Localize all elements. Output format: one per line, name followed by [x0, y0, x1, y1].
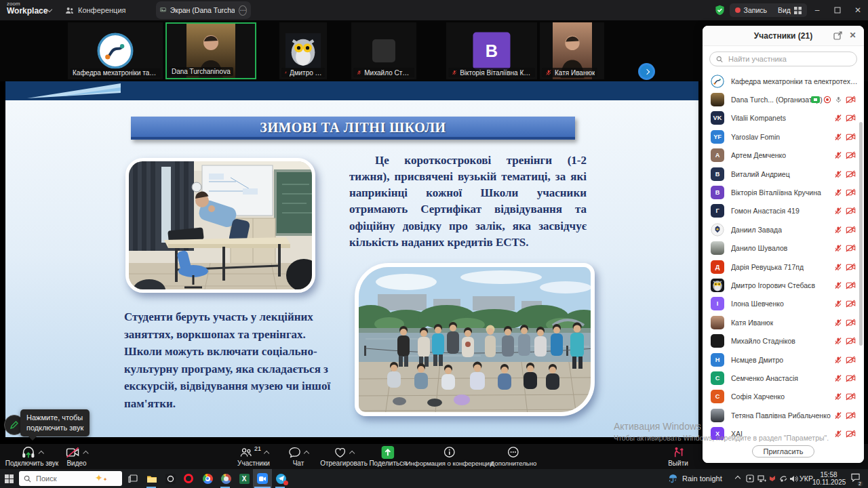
view-label[interactable]: Вид: [778, 6, 791, 14]
tray-device-icon[interactable]: [778, 469, 789, 488]
maximize-button[interactable]: [827, 0, 848, 20]
participant-row[interactable]: ННємцев Дмитро: [703, 350, 864, 369]
chrome-icon[interactable]: [199, 469, 216, 488]
chat-button[interactable]: Чат: [288, 445, 309, 467]
participant-row[interactable]: Даниил Завада: [703, 220, 864, 239]
participant-row[interactable]: ГГомон Анастасія 419: [703, 202, 864, 220]
participant-row[interactable]: Данило Шувалов: [703, 239, 864, 258]
participant-row[interactable]: YFYaroslav Fomin: [703, 127, 864, 146]
slide-paragraph-left: Студенти беруть участь у лекційних занят…: [124, 308, 344, 412]
share-button[interactable]: Поделиться: [369, 445, 406, 467]
recording-icon: [823, 96, 831, 104]
participant-row[interactable]: ССофія Харченко: [703, 388, 864, 406]
audio-icon: [20, 446, 35, 459]
participant-row[interactable]: ВВиталий Андриец: [703, 165, 864, 183]
participants-chevron-icon[interactable]: [264, 451, 269, 456]
video-button[interactable]: Видео: [66, 445, 88, 467]
tray-app-icon-1[interactable]: [745, 469, 755, 488]
video-thumbnail[interactable]: Катя Иванюк: [540, 22, 604, 79]
mic-off-icon: [834, 300, 842, 308]
tray-protection-icon[interactable]: [767, 469, 778, 488]
language-indicator[interactable]: УКР: [799, 469, 814, 488]
participant-search-input[interactable]: [727, 54, 850, 64]
chrome-profile-icon[interactable]: [217, 469, 235, 488]
participant-row[interactable]: Dana Turch... (Организатор): [703, 90, 864, 108]
tab-meeting[interactable]: Конференция: [65, 0, 125, 20]
avatar: [711, 409, 724, 422]
telegram-icon[interactable]: [272, 469, 290, 488]
chat-icon: [288, 447, 301, 458]
participant-row[interactable]: Тетяна Павлівна Рибальченко: [703, 406, 864, 424]
tab-options-icon[interactable]: ⋯: [239, 5, 247, 16]
participants-scrollbar[interactable]: [859, 122, 863, 346]
participant-row[interactable]: VKVitalii Kompanets: [703, 109, 864, 127]
security-shield-icon[interactable]: [715, 5, 725, 16]
popout-icon[interactable]: [833, 31, 842, 40]
react-chevron-icon[interactable]: [349, 451, 355, 456]
taskbar-search-input[interactable]: [35, 474, 92, 483]
participant-row[interactable]: ІІлона Шевченко: [703, 295, 864, 313]
minimize-button[interactable]: –: [807, 0, 827, 20]
mic-off-icon: [834, 356, 842, 364]
view-grid-icon: [794, 7, 802, 14]
telegram-badge: [283, 481, 288, 485]
excel-icon[interactable]: X: [235, 469, 253, 488]
info-button[interactable]: Информация о конференции: [406, 445, 494, 467]
participant-status-icons: [834, 207, 856, 215]
participants-icon: [239, 447, 253, 458]
participant-search[interactable]: [709, 52, 857, 66]
participants-panel-title: Участники (21): [754, 31, 812, 41]
camera-off-icon: [846, 281, 856, 289]
notification-center-button[interactable]: 2: [846, 469, 864, 488]
taskbar-search[interactable]: ✦✦: [19, 471, 122, 486]
avatar: В: [711, 167, 724, 181]
react-button[interactable]: Отреагировать: [320, 445, 368, 467]
mic-off-icon: [834, 430, 842, 438]
participant-row[interactable]: Кафедра мехатроніки та електротехніки (Я…: [703, 72, 864, 90]
dark-app-icon[interactable]: [161, 469, 179, 488]
audio-button[interactable]: Подключить звук: [5, 445, 58, 467]
start-button[interactable]: [0, 469, 18, 488]
audio-chevron-icon[interactable]: [38, 451, 43, 456]
weather-widget[interactable]: Rain tonight: [668, 469, 722, 488]
opera-icon[interactable]: [180, 469, 197, 488]
participant-status-icons: [834, 319, 856, 327]
participant-status-icons: [834, 244, 856, 252]
participant-row[interactable]: Катя Иванюк: [703, 313, 864, 331]
participant-status-icons: [834, 392, 856, 401]
tray-network-icon[interactable]: [756, 469, 767, 488]
leave-button[interactable]: Выйти: [668, 445, 688, 467]
video-thumbnail[interactable]: BВікторія Віталіївна Кручина: [446, 22, 537, 79]
next-participants-button[interactable]: [638, 63, 655, 80]
tray-volume-icon[interactable]: [788, 469, 799, 488]
video-thumbnail[interactable]: Михайло Стадніков: [351, 22, 416, 79]
participant-row[interactable]: ДДарія Ревуцька 717пд: [703, 258, 864, 276]
participants-button[interactable]: 21Участники: [237, 445, 270, 467]
participant-row[interactable]: ССемченко Анастасія: [703, 369, 864, 387]
more-button[interactable]: Дополнительно: [490, 445, 536, 467]
mic-off-icon: [834, 337, 842, 345]
video-chevron-icon[interactable]: [83, 451, 88, 456]
chat-chevron-icon[interactable]: [304, 451, 309, 456]
participant-row[interactable]: ВВікторія Віталіївна Кручина: [703, 183, 864, 201]
video-thumbnail[interactable]: Кафедра мехатроніки та електр...: [68, 22, 163, 79]
taskbar-clock[interactable]: 15:58 10.11.2025: [812, 471, 845, 486]
tab-screen-share[interactable]: Экран (Dana Turchaninova) ⋯: [156, 1, 251, 19]
participant-row[interactable]: Михайло Стадніков: [703, 331, 864, 350]
video-thumbnail[interactable]: Дмитро Ігорович Стебаєв: [279, 22, 327, 79]
close-button[interactable]: ✕: [848, 0, 868, 20]
more-icon: [507, 446, 519, 458]
participant-status-icons: [834, 114, 856, 122]
task-view-button[interactable]: [124, 469, 142, 488]
avatar: І: [711, 297, 724, 310]
participant-row[interactable]: ААртем Демченко: [703, 146, 864, 165]
invite-button[interactable]: Пригласить: [752, 445, 815, 458]
zoom-taskbar-icon[interactable]: [253, 469, 272, 488]
participant-row[interactable]: Дмитро Ігорович Стебаєв: [703, 276, 864, 294]
recording-indicator[interactable]: Запись Вид: [730, 3, 807, 17]
video-thumbnail[interactable]: Dana Turchaninova: [165, 22, 256, 79]
tray-expand-chevron[interactable]: [732, 469, 743, 488]
avatar: С: [711, 371, 724, 385]
file-explorer-icon[interactable]: [143, 469, 161, 488]
panel-close-icon[interactable]: ✕: [848, 31, 857, 40]
